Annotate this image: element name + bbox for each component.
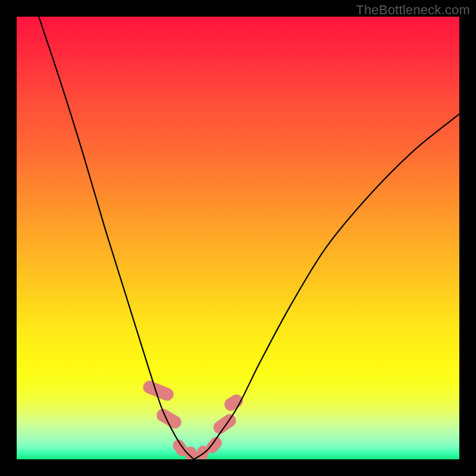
- watermark: TheBottleneck.com: [356, 2, 470, 18]
- right-pill-lower: [211, 412, 239, 437]
- plot-area: [17, 17, 459, 459]
- frame: TheBottleneck.com: [0, 0, 476, 476]
- left-pill-lower: [154, 406, 183, 431]
- right-pill-upper: [222, 392, 245, 414]
- curve-layer: [17, 17, 459, 459]
